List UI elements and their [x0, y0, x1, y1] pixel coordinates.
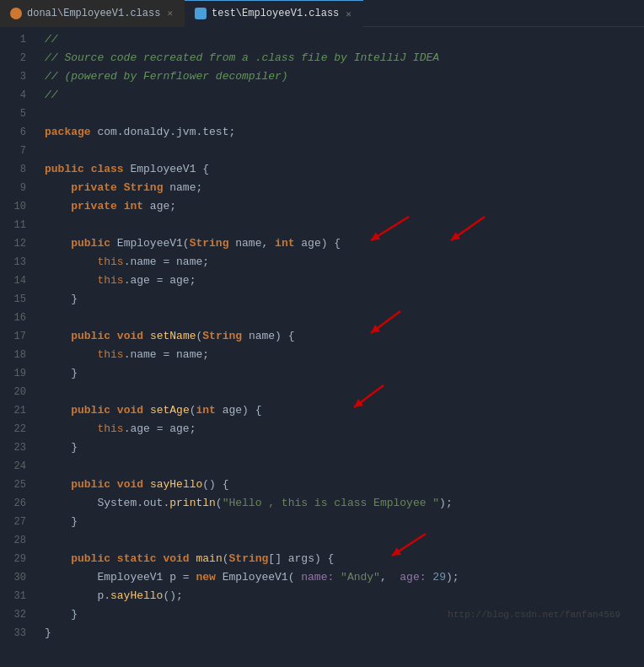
- code-line-6: package com.donaldy.jvm.test;: [45, 123, 637, 142]
- line-num-14: 14: [0, 272, 31, 290]
- code-line-4: //: [45, 86, 637, 105]
- line-num-2: 2: [0, 49, 31, 67]
- tab-2-label: test\EmployeeV1.class: [212, 8, 339, 19]
- line-num-19: 19: [0, 364, 31, 383]
- line-num-23: 23: [0, 438, 31, 457]
- line-num-17: ▾17: [0, 327, 31, 346]
- line-num-4: 4: [0, 86, 31, 105]
- code-line-16: [45, 309, 637, 327]
- line-num-10: 10: [0, 197, 31, 216]
- line-num-31: 31: [0, 587, 31, 605]
- code-line-10: private int age;: [45, 197, 637, 216]
- code-line-5: [45, 105, 637, 123]
- line-num-1: 1: [0, 30, 31, 49]
- code-line-3: // (powered by Fernflower decompiler): [45, 67, 637, 86]
- tab-1-close[interactable]: ✕: [165, 8, 174, 19]
- line-num-20: 20: [0, 383, 31, 401]
- line-num-9: 9: [0, 179, 31, 197]
- line-num-24: 24: [0, 457, 31, 476]
- line-num-32: 32: [0, 605, 31, 624]
- code-area[interactable]: //// Source code recreated from a .class…: [38, 27, 644, 667]
- code-line-7: [45, 142, 637, 160]
- code-line-9: private String name;: [45, 179, 637, 197]
- code-line-11: [45, 216, 637, 234]
- line-num-22: 22: [0, 420, 31, 438]
- code-line-12: public EmployeeV1(String name, int age) …: [45, 234, 637, 253]
- line-num-29: ▶▾29: [0, 550, 31, 568]
- code-line-2: // Source code recreated from a .class f…: [45, 49, 637, 67]
- line-num-27: 27: [0, 513, 31, 531]
- code-line-24: [45, 457, 637, 476]
- code-line-15: }: [45, 290, 637, 309]
- line-num-15: 15: [0, 290, 31, 309]
- line-num-18: 18: [0, 346, 31, 364]
- tab-2-icon: [195, 8, 207, 19]
- line-num-13: 13: [0, 253, 31, 272]
- tab-bar: donal\EmployeeV1.class ✕ test\EmployeeV1…: [0, 0, 644, 27]
- tab-1-icon: [10, 8, 22, 19]
- code-line-18: this.name = name;: [45, 346, 637, 364]
- code-line-25: public void sayHello() {: [45, 476, 637, 494]
- line-numbers: 1234567▶891011▾1213141516▾17181920▾21222…: [0, 27, 38, 667]
- code-line-23: }: [45, 438, 637, 457]
- line-num-3: 3: [0, 67, 31, 86]
- code-line-29: public static void main(String[] args) {: [45, 550, 637, 568]
- line-num-8: ▶8: [0, 160, 31, 179]
- code-line-30: EmployeeV1 p = new EmployeeV1( name: "An…: [45, 568, 637, 587]
- tab-1[interactable]: donal\EmployeeV1.class ✕: [0, 0, 185, 27]
- line-num-6: 6: [0, 123, 31, 142]
- line-num-5: 5: [0, 105, 31, 123]
- tab-1-label: donal\EmployeeV1.class: [27, 8, 160, 19]
- line-num-26: 26: [0, 494, 31, 513]
- line-num-16: 16: [0, 309, 31, 327]
- code-line-26: System.out.println("Hello , this is clas…: [45, 494, 637, 513]
- line-num-21: ▾21: [0, 401, 31, 420]
- code-line-20: [45, 383, 637, 401]
- line-num-28: 28: [0, 531, 31, 550]
- code-line-1: //: [45, 30, 637, 49]
- code-line-32: }http://blog.csdn.net/fanfan4569: [45, 605, 637, 624]
- code-line-27: }: [45, 513, 637, 531]
- code-line-31: p.sayHello();: [45, 587, 637, 605]
- code-line-22: this.age = age;: [45, 420, 637, 438]
- watermark: http://blog.csdn.net/fanfan4569: [448, 605, 620, 624]
- code-line-28: [45, 531, 637, 550]
- code-line-21: public void setAge(int age) {: [45, 401, 637, 420]
- line-num-12: ▾12: [0, 234, 31, 253]
- code-line-19: }: [45, 364, 637, 383]
- line-num-30: 30: [0, 568, 31, 587]
- line-num-25: ▾25: [0, 476, 31, 494]
- line-num-11: 11: [0, 216, 31, 234]
- code-line-13: this.name = name;: [45, 253, 637, 272]
- code-line-33: }: [45, 624, 637, 643]
- line-num-7: 7: [0, 142, 31, 160]
- code-line-17: public void setName(String name) {: [45, 327, 637, 346]
- editor-area: 1234567▶891011▾1213141516▾17181920▾21222…: [0, 27, 644, 667]
- line-num-33: 33: [0, 624, 31, 643]
- code-line-14: this.age = age;: [45, 272, 637, 290]
- tab-2-close[interactable]: ✕: [344, 8, 353, 19]
- code-line-8: public class EmployeeV1 {: [45, 160, 637, 179]
- tab-2[interactable]: test\EmployeeV1.class ✕: [185, 0, 363, 27]
